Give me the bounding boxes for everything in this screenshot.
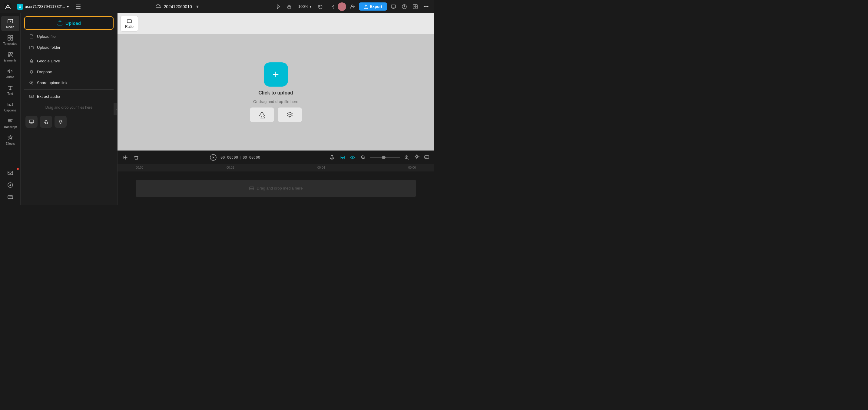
- expand-timeline-button[interactable]: [413, 153, 421, 161]
- sidebar-item-keyboard[interactable]: [1, 192, 20, 202]
- media-type-button[interactable]: [338, 154, 346, 161]
- list-view-button[interactable]: [74, 2, 82, 11]
- panel-dropbox-icon-btn[interactable]: [55, 116, 67, 128]
- panel-collapse-button[interactable]: ‹: [114, 103, 118, 115]
- sidebar-item-text[interactable]: Text: [1, 82, 20, 98]
- sidebar-effects-label: Effects: [5, 142, 14, 145]
- redo-button[interactable]: [327, 2, 336, 11]
- top-bar-left: U user7172879411732'... ▾: [4, 2, 82, 11]
- svg-point-22: [32, 83, 33, 84]
- svg-point-4: [351, 5, 353, 7]
- gdrive-canvas-button[interactable]: [250, 107, 274, 122]
- workspace-button[interactable]: U user7172879411732'... ▾: [14, 2, 71, 11]
- track-empty-area[interactable]: Drag and drop media here: [136, 180, 416, 197]
- notification-dot: [17, 168, 19, 170]
- sidebar-item-collapse[interactable]: [1, 180, 20, 190]
- timeline-zoom-slider: [370, 157, 400, 158]
- svg-rect-2: [76, 6, 81, 7]
- sidebar-transcript-label: Transcript: [3, 125, 17, 129]
- sidebar-item-captions[interactable]: Captions: [1, 99, 20, 115]
- ruler-mark-1: 00:02: [226, 166, 234, 169]
- svg-point-7: [404, 7, 405, 8]
- subtitles-timeline-button[interactable]: [423, 153, 430, 161]
- microphone-button[interactable]: [328, 154, 336, 161]
- zoom-control[interactable]: 100% ▾: [296, 3, 314, 10]
- timeline-track: Drag and drop media here: [118, 171, 434, 205]
- undo-button[interactable]: [316, 2, 325, 11]
- extract-audio-label: Extract audio: [37, 94, 60, 99]
- sidebar-item-templates[interactable]: Templates: [1, 32, 20, 48]
- more-options-button[interactable]: •••: [422, 2, 430, 11]
- panel-bottom-icons: [21, 113, 117, 130]
- google-drive-label: Google Drive: [37, 59, 60, 63]
- ratio-button[interactable]: Ratio: [121, 16, 138, 31]
- sidebar-media-label: Media: [6, 26, 14, 29]
- ruler-marks: 00:00 00:02 00:04 00:06: [136, 166, 416, 169]
- desktop-preview-button[interactable]: [389, 2, 398, 11]
- split-button[interactable]: [121, 153, 130, 162]
- upload-circle-button[interactable]: +: [264, 62, 288, 87]
- pointer-tool-button[interactable]: [274, 2, 283, 11]
- delete-timeline-button[interactable]: [132, 153, 141, 162]
- panel-computer-icon-btn[interactable]: [26, 116, 37, 128]
- svg-rect-10: [8, 35, 10, 37]
- svg-rect-25: [127, 20, 131, 23]
- top-bar-right: 100% ▾ Export •••: [274, 2, 430, 11]
- project-menu-button[interactable]: ▾: [194, 2, 200, 11]
- upload-file-item[interactable]: Upload file: [24, 31, 114, 42]
- share-upload-link-item[interactable]: Share upload link: [24, 77, 114, 88]
- play-button[interactable]: [208, 153, 218, 162]
- hand-tool-button[interactable]: [285, 2, 294, 11]
- zoom-chevron-icon: ▾: [310, 4, 312, 9]
- svg-point-21: [32, 81, 33, 82]
- panel-gdrive-icon-btn[interactable]: [40, 116, 52, 128]
- upload-btn-container: Upload: [21, 13, 117, 30]
- project-name: 202412060010: [163, 4, 192, 9]
- upload-file-label: Upload file: [37, 34, 55, 39]
- divider-1: [24, 54, 114, 54]
- upload-main-button[interactable]: Upload: [24, 17, 114, 30]
- svg-rect-15: [10, 52, 12, 54]
- dropbox-item[interactable]: Dropbox: [24, 66, 114, 77]
- svg-rect-12: [8, 38, 10, 40]
- ruler-mark-3: 00:06: [408, 166, 416, 169]
- dropbox-canvas-button[interactable]: [278, 107, 302, 122]
- ruler-mark-0: 00:00: [136, 166, 143, 169]
- drag-drop-media-label: Drag and drop media here: [257, 186, 303, 190]
- mail-sidebar-wrap: [1, 167, 20, 178]
- sidebar-item-effects[interactable]: Effects: [1, 132, 20, 148]
- left-sidebar: Media Templates Elements Audio Text Capt…: [0, 13, 21, 205]
- extract-audio-item[interactable]: Extract audio: [24, 91, 114, 102]
- time-display: 00:00:00 | 00:00:00: [220, 155, 260, 160]
- canvas-area: Ratio + Click to upload Or drag and drop…: [118, 13, 434, 151]
- sidebar-item-media[interactable]: Media: [1, 16, 20, 31]
- code-button[interactable]: [349, 154, 356, 161]
- share-button[interactable]: [411, 2, 420, 11]
- help-button[interactable]: [400, 2, 409, 11]
- avatar: [338, 2, 346, 11]
- svg-point-20: [30, 82, 31, 84]
- slider-thumb[interactable]: [382, 156, 385, 159]
- cloud-save-status: [156, 4, 161, 9]
- upload-dropdown: Upload file Upload folder Google Drive D…: [24, 31, 114, 102]
- top-bar: U user7172879411732'... ▾ 202412060010 ▾…: [0, 0, 434, 13]
- timeline-controls: 00:00:00 | 00:00:00: [118, 151, 434, 164]
- sidebar-item-transcript[interactable]: Transcript: [1, 116, 20, 131]
- sidebar-item-audio[interactable]: Audio: [1, 66, 20, 81]
- top-bar-center: 202412060010 ▾: [85, 2, 272, 11]
- google-drive-item[interactable]: Google Drive: [24, 55, 114, 66]
- export-label: Export: [370, 4, 382, 9]
- main-layout: Media Templates Elements Audio Text Capt…: [0, 13, 434, 205]
- add-user-button[interactable]: [348, 2, 357, 11]
- zoom-in-button[interactable]: [403, 153, 411, 162]
- svg-rect-5: [391, 5, 396, 8]
- export-button[interactable]: Export: [359, 2, 387, 10]
- zoom-out-button[interactable]: [359, 153, 367, 162]
- upload-main-text: Click to upload: [258, 90, 293, 96]
- divider-2: [24, 89, 114, 90]
- ratio-label: Ratio: [125, 25, 133, 29]
- svg-rect-27: [331, 155, 333, 158]
- sidebar-item-mail[interactable]: [1, 167, 20, 178]
- upload-folder-item[interactable]: Upload folder: [24, 42, 114, 53]
- sidebar-item-elements[interactable]: Elements: [1, 49, 20, 64]
